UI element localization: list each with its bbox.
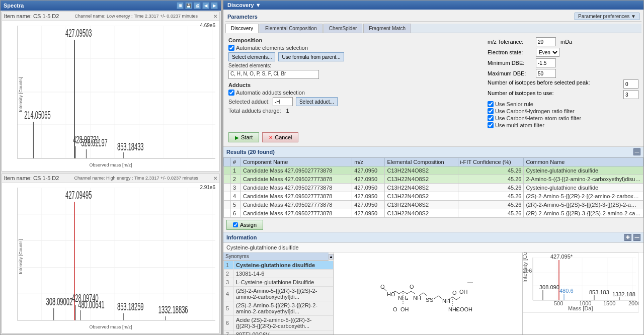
list-item[interactable]: 1Cysteine-glutathione disulfide	[224, 261, 334, 270]
composition-title: Composition	[228, 37, 482, 43]
col-formula: Elemental Composition	[385, 158, 458, 166]
spectrum2-header: Item name: CS 1-5 D2 Channel name: High …	[2, 174, 219, 183]
info-collapse-btn[interactable]: —	[633, 234, 640, 241]
table-row[interactable]: 1 Candidate Mass 427.095027773878 427.09…	[224, 166, 643, 175]
start-btn[interactable]: ▶ Start	[228, 132, 259, 142]
row-common-name: Cysteine-glutathione disulfide	[524, 166, 643, 175]
row-component-name: Candidate Mass 427.095027773878	[241, 175, 352, 184]
selected-elements-row: Selected elements:	[228, 63, 482, 68]
ch-atom-filter-checkbox[interactable]	[488, 115, 494, 121]
mz-tolerance-label: m/z Tolerance:	[488, 39, 533, 45]
parameter-preferences-btn[interactable]: Parameter preferences ▼	[575, 13, 639, 20]
svg-line-104	[456, 297, 460, 300]
multi-atom-filter-checkbox[interactable]	[488, 122, 494, 128]
row-confidence: 45.26	[458, 201, 524, 209]
col-ifit: i-FIT Confidence (%)	[458, 158, 524, 166]
syn-name: Acide (2S)-2-amino-5-{((2R)-3-{[(2R)-3-{…	[234, 316, 334, 330]
isotopes-before-input[interactable]	[623, 79, 638, 89]
spectrum2-close-btn[interactable]: ✕	[213, 176, 217, 181]
info-expand-btn[interactable]: ✚	[624, 234, 631, 241]
print-icon[interactable]: 🖨	[194, 2, 201, 9]
auto-elements-checkbox[interactable]	[228, 45, 234, 51]
syn-num: 3	[224, 278, 234, 287]
auto-adducts-checkbox[interactable]	[228, 90, 234, 96]
spectrum-high-energy-pane: Item name: CS 1-5 D2 Channel name: High …	[2, 174, 220, 333]
tab-discovery[interactable]: Discovery	[225, 24, 259, 33]
adduct-input[interactable]	[273, 97, 293, 106]
use-formula-btn[interactable]: Use formula from parent...	[278, 52, 344, 61]
min-dbe-input[interactable]	[536, 58, 556, 67]
selected-elements-label: Selected elements:	[228, 63, 271, 68]
spectra-titlebar: Spectra ⊞ 💾 🖨 ◀ ▶	[1, 1, 221, 11]
table-row[interactable]: 3 Candidate Mass 427.095027773878 427.09…	[224, 184, 643, 192]
composition-column: Composition Automatic elements selection…	[228, 37, 482, 128]
elements-display-row: C, H, N, O, P, S, F, Cl, Br	[228, 70, 482, 79]
results-table-scroll[interactable]: # Component Name m/z Elemental Compositi…	[223, 157, 643, 218]
grid-icon[interactable]: ⊞	[177, 2, 184, 9]
syn-num: 7	[224, 330, 234, 335]
syn-num: 1	[224, 261, 234, 270]
tab-fragment-match[interactable]: Fragment Match	[363, 24, 411, 33]
svg-text:1500: 1500	[603, 300, 615, 306]
nav-back-icon[interactable]: ◀	[202, 2, 209, 9]
svg-text:526.01197: 526.01197	[81, 136, 107, 148]
list-item[interactable]: 4(2S)-2-Amino-5-{[(2R)-3-{[(2S)-2-amino-…	[224, 287, 334, 301]
synonyms-scroll-up[interactable]: ▲	[329, 254, 334, 260]
results-section: Results (20 found) — # Component Name m/…	[223, 147, 643, 232]
assign-btn[interactable]: Assign	[226, 220, 263, 230]
cancel-btn[interactable]: ✕ Cancel	[262, 132, 298, 142]
svg-text:S: S	[426, 297, 429, 303]
svg-text:Intensity [Counts]: Intensity [Counts]	[523, 253, 528, 283]
spectrum1-x-label: Observed mass [m/z]	[89, 162, 132, 168]
electron-state-select[interactable]: EvenOddBoth	[536, 48, 559, 57]
svg-text:500: 500	[554, 300, 563, 306]
table-row[interactable]: 6 Candidate Mass 427.095027773878 427.09…	[224, 209, 643, 218]
save-icon[interactable]: 💾	[185, 2, 192, 9]
mini-spectrum-panel: 427.095* 308.090 480.6 853.183 1332.188 …	[523, 253, 643, 334]
parameters-section: Parameters Parameter preferences ▼ Disco…	[223, 10, 643, 147]
row-confidence: 45.26	[458, 184, 524, 192]
svg-text:1332.188: 1332.188	[612, 291, 635, 297]
elements-display: C, H, N, O, P, S, F, Cl, Br	[228, 70, 319, 79]
list-item[interactable]: 5(2S)-2-Amino-5-{[(2R)-3-{[(2R)-2-amino-…	[224, 301, 334, 316]
auto-elements-row: Automatic elements selection	[228, 45, 482, 51]
row-mz: 427.0950	[352, 201, 385, 209]
results-collapse-btn[interactable]: —	[633, 148, 640, 155]
select-adduct-btn[interactable]: Select adduct...	[296, 97, 338, 106]
table-row[interactable]: 2 Candidate Mass 427.095027773878 427.09…	[224, 175, 643, 184]
table-row[interactable]: 5 Candidate Mass 427.095027773878 427.09…	[224, 201, 643, 209]
list-item[interactable]: 789TEL00G6V	[224, 330, 334, 335]
syn-num: 6	[224, 316, 234, 330]
synonyms-panel: Synonyms ▲ 1Cysteine-glutathione disulfi…	[223, 253, 334, 334]
auto-elements-label: Automatic elements selection	[236, 45, 308, 51]
col-flag	[224, 158, 231, 166]
list-item[interactable]: 3L-Cysteine-glutathione Disulfide	[224, 278, 334, 287]
assign-btn-row: Assign	[223, 218, 643, 232]
results-table: # Component Name m/z Elemental Compositi…	[223, 157, 643, 218]
senior-rule-checkbox[interactable]	[488, 101, 494, 107]
list-item[interactable]: 213081-14-6	[224, 270, 334, 278]
isotopes-before-row: Number of isotopes before selected peak:	[488, 79, 638, 89]
ch-atom-filter-row: Use Carbon/Hetero-atom ratio filter	[488, 115, 638, 121]
structure-svg: O HO NH₂ O NH S S	[378, 264, 478, 324]
tab-elemental-composition[interactable]: Elemental Composition	[260, 24, 323, 33]
synonyms-scroll-area[interactable]: 1Cysteine-glutathione disulfide213081-14…	[223, 261, 334, 334]
select-elements-btn[interactable]: Select elements...	[228, 52, 275, 61]
isotopes-use-input[interactable]	[623, 90, 638, 99]
nav-fwd-icon[interactable]: ▶	[211, 2, 218, 9]
tolerances-column: m/z Tolerance: mDa Electron state: EvenO…	[488, 37, 638, 128]
row-mz: 427.0950	[352, 175, 385, 184]
row-flag	[224, 192, 231, 201]
list-item[interactable]: 6Acide (2S)-2-amino-5-{((2R)-3-{[(2R)-3-…	[224, 316, 334, 330]
synonyms-header: Synonyms ▲	[223, 253, 334, 261]
ch-filter-checkbox[interactable]	[488, 108, 494, 114]
total-charge-row: Total adducts charge: 1	[228, 108, 482, 114]
max-dbe-input[interactable]	[536, 69, 556, 78]
mz-tolerance-input[interactable]	[536, 37, 556, 46]
tab-chemspider[interactable]: ChemSpider	[324, 24, 363, 33]
row-num: 2	[231, 175, 241, 184]
spectrum1-close-btn[interactable]: ✕	[213, 14, 217, 19]
assign-checkbox[interactable]	[233, 222, 238, 227]
table-row[interactable]: 4 Candidate Mass 427.095027773878 427.09…	[224, 192, 643, 201]
min-dbe-label: Minimum DBE:	[488, 60, 533, 66]
